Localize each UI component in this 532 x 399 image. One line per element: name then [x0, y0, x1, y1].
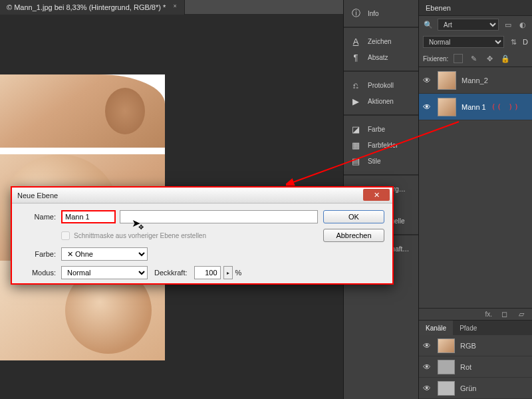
channels-panel: Kanäle Pfade 👁 RGB 👁 Rot 👁	[419, 320, 532, 399]
fx-label[interactable]: fx.	[485, 311, 492, 318]
panel-styles[interactable]: ▤ Stile	[344, 153, 418, 169]
panel-dock: Ebenen 🔍 Art ▭ ◐ Normal ⇅ D Fixieren:	[419, 0, 532, 399]
paragraph-icon: ¶	[350, 52, 361, 63]
panel-label: Zeichen	[368, 38, 392, 45]
mask-icon[interactable]: ◻	[499, 309, 509, 320]
channel-thumbnail	[438, 381, 455, 396]
panel-color[interactable]: ◪ Farbe	[344, 121, 418, 137]
opacity-stepper[interactable]: ▸	[223, 266, 233, 279]
layer-name-input[interactable]	[61, 210, 116, 223]
channel-row[interactable]: 👁 Rot	[419, 356, 532, 378]
layer-lock-row: Fixieren: ✎ ✥ 🔒	[419, 51, 532, 66]
lock-position-icon[interactable]: ✥	[484, 53, 495, 64]
opacity-input[interactable]	[194, 266, 221, 279]
close-icon[interactable]: ×	[171, 3, 179, 11]
layers-footer: fx. ◻ ▱	[419, 308, 532, 320]
layer-name-input-rest[interactable]	[120, 210, 318, 223]
name-label: Name:	[20, 213, 56, 221]
close-button[interactable]: ✕	[363, 189, 390, 201]
tab-paths[interactable]: Pfade	[453, 321, 483, 335]
lock-pixels-icon[interactable]: ✎	[468, 53, 479, 64]
channel-name: RGB	[460, 342, 476, 350]
panel-character[interactable]: A Zeichen	[344, 33, 418, 49]
opacity-label-icon: ⇅	[508, 37, 519, 47]
channel-thumbnail	[438, 360, 455, 374]
panel-swatches[interactable]: ▦ Farbfelder	[344, 137, 418, 153]
blend-mode-select[interactable]: Normal	[61, 266, 148, 279]
panel-label: Farbe	[368, 126, 385, 133]
layers-panel-tab[interactable]: Ebenen	[419, 0, 532, 16]
lock-transparency-icon[interactable]	[454, 54, 463, 63]
info-icon: ⓘ	[350, 8, 361, 19]
new-folder-icon[interactable]: ▱	[516, 309, 527, 320]
layer-color-select[interactable]: ✕ Ohne	[61, 247, 148, 261]
channel-name: Rot	[460, 363, 471, 371]
layer-row[interactable]: 👁 Mann_2	[419, 67, 532, 94]
lock-label: Fixieren:	[423, 55, 448, 63]
layer-filter-row: 🔍 Art ▭ ◐	[419, 16, 532, 33]
visibility-icon[interactable]: 👁	[423, 362, 432, 372]
search-icon[interactable]: 🔍	[423, 19, 434, 30]
dialog-titlebar[interactable]: Neue Ebene ✕	[12, 188, 392, 203]
annotation-markers: (( ))	[491, 102, 520, 111]
color-icon: ◪	[350, 124, 361, 134]
panel-label: Protokoll	[368, 82, 394, 89]
layer-row[interactable]: 👁 Mann 1 (( ))	[419, 94, 532, 120]
opacity-suffix: %	[235, 269, 242, 277]
channels-tabs: Kanäle Pfade	[419, 321, 532, 335]
channel-thumbnail	[438, 338, 455, 353]
visibility-icon[interactable]: 👁	[423, 76, 432, 85]
styles-icon: ▤	[350, 156, 361, 166]
panel-label: Info	[368, 10, 379, 17]
visibility-icon[interactable]: 👁	[423, 341, 432, 350]
panel-label: Aktionen	[368, 98, 394, 105]
filter-adjust-icon[interactable]: ◐	[517, 19, 528, 30]
panel-label: Farbfelder	[368, 142, 398, 149]
layer-kind-select[interactable]: Art	[438, 19, 499, 31]
lock-all-icon[interactable]: 🔒	[500, 53, 511, 64]
channel-row[interactable]: 👁 Grün	[419, 378, 532, 399]
blend-mode-select[interactable]: Normal	[423, 36, 504, 48]
filter-image-icon[interactable]: ▭	[503, 19, 513, 30]
visibility-icon[interactable]: 👁	[423, 102, 432, 112]
image-content	[0, 74, 165, 148]
ok-button[interactable]: OK	[323, 210, 384, 223]
panel-info[interactable]: ⓘ Info	[344, 5, 418, 21]
opacity-label: Deckkraft:	[154, 269, 188, 277]
channel-row[interactable]: 👁 RGB	[419, 335, 532, 356]
layer-thumbnail[interactable]	[438, 98, 456, 116]
panel-label: Absatz	[368, 54, 388, 61]
layer-name[interactable]: Mann 1	[462, 103, 486, 111]
swatches-icon: ▦	[350, 140, 361, 150]
cancel-button[interactable]: Abbrechen	[323, 229, 384, 242]
layers-list: 👁 Mann_2 👁 Mann 1 (( ))	[419, 66, 532, 120]
clip-mask-label: Schnittmaske aus vorheriger Ebene erstel…	[74, 232, 206, 239]
layer-name[interactable]: Mann_2	[462, 76, 488, 84]
panel-history[interactable]: ⎌ Protokoll	[344, 77, 418, 93]
opacity-label: D	[523, 38, 528, 46]
play-icon: ▶	[350, 96, 361, 106]
panel-label: Stile	[368, 158, 380, 165]
character-icon: A	[350, 36, 361, 47]
mode-label: Modus:	[20, 269, 56, 277]
document-tab[interactable]: © Mann_1.jpg bei 8,33% (Hintergrund, RGB…	[0, 0, 185, 15]
panel-paragraph[interactable]: ¶ Absatz	[344, 49, 418, 65]
tab-channels[interactable]: Kanäle	[419, 321, 453, 335]
clip-mask-checkbox	[61, 231, 70, 240]
layer-blend-row: Normal ⇅ D	[419, 33, 532, 51]
panel-actions[interactable]: ▶ Aktionen	[344, 93, 418, 109]
history-icon: ⎌	[350, 80, 361, 90]
color-label: Farbe:	[20, 250, 56, 258]
dialog-title: Neue Ebene	[17, 192, 58, 200]
layer-thumbnail[interactable]	[438, 71, 456, 90]
layers-panel-title: Ebenen	[426, 4, 451, 12]
channel-name: Grün	[460, 384, 476, 392]
visibility-icon[interactable]: 👁	[423, 384, 432, 393]
document-tab-title: © Mann_1.jpg bei 8,33% (Hintergrund, RGB…	[7, 3, 166, 11]
new-layer-dialog: Neue Ebene ✕ Name: OK Schnittmaske aus v…	[11, 186, 394, 285]
